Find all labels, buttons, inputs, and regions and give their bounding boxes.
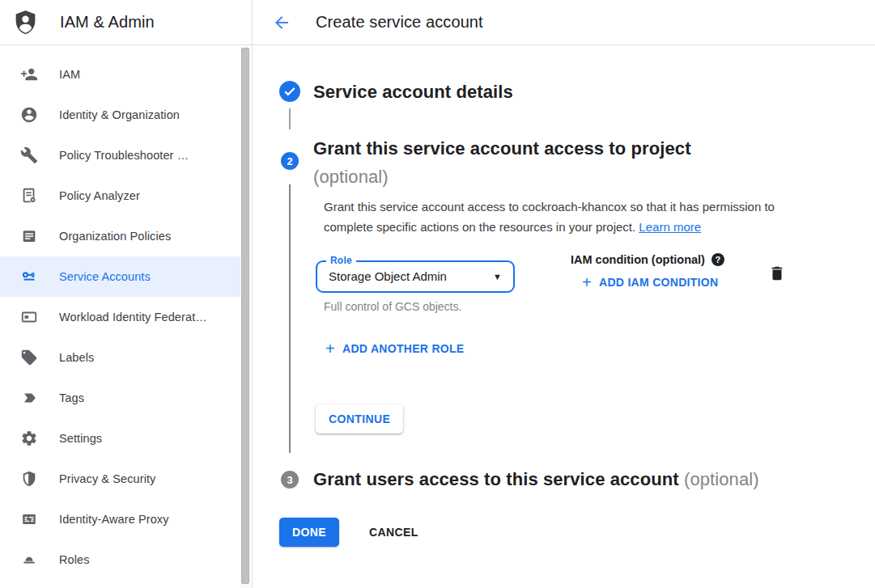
person-add-icon bbox=[19, 65, 39, 84]
iam-shield-logo-icon bbox=[12, 9, 39, 36]
shield-icon bbox=[19, 469, 39, 489]
step2-description: Grant this service account access to coc… bbox=[324, 197, 795, 237]
sidebar-item-label: Identity & Organization bbox=[59, 108, 180, 121]
trash-icon bbox=[768, 264, 788, 282]
step3-optional-label: (optional) bbox=[684, 469, 759, 489]
sidebar-nav: IAM Identity & Organization Policy Troub… bbox=[0, 45, 252, 580]
sidebar-item-label: Labels bbox=[59, 351, 94, 364]
role-select[interactable]: Role Storage Object Admin ▼ bbox=[316, 260, 515, 293]
app-title: IAM & Admin bbox=[60, 13, 155, 32]
step2-description-text: Grant this service account access to coc… bbox=[324, 200, 775, 234]
stepper-connector bbox=[289, 108, 291, 129]
sidebar-item-labels[interactable]: Labels bbox=[0, 337, 240, 378]
add-another-role-button[interactable]: + ADD ANOTHER ROLE bbox=[325, 342, 465, 355]
role-helper-text: Full control of GCS objects. bbox=[324, 300, 461, 313]
back-arrow-icon bbox=[272, 13, 291, 32]
done-button[interactable]: DONE bbox=[279, 518, 339, 547]
arrow-tag-icon bbox=[19, 388, 39, 408]
sidebar-header: IAM & Admin bbox=[0, 0, 252, 45]
sidebar-item-organization-policies[interactable]: Organization Policies bbox=[0, 216, 240, 256]
sidebar-item-iam[interactable]: IAM bbox=[0, 54, 240, 95]
learn-more-link[interactable]: Learn more bbox=[639, 220, 701, 234]
sidebar-item-label: Service Accounts bbox=[59, 270, 151, 283]
add-another-role-label: ADD ANOTHER ROLE bbox=[342, 342, 465, 355]
hat-icon bbox=[19, 550, 39, 569]
topbar: Create service account bbox=[253, 0, 875, 45]
tag-icon bbox=[19, 348, 39, 367]
step3-number-badge: 3 bbox=[281, 471, 299, 489]
iam-condition-label-text: IAM condition (optional) bbox=[571, 253, 705, 266]
sidebar-item-label: Organization Policies bbox=[59, 230, 171, 243]
sidebar-item-identity-aware-proxy[interactable]: Identity-Aware Proxy bbox=[0, 499, 240, 539]
back-button[interactable] bbox=[270, 11, 293, 34]
iam-condition-label: IAM condition (optional) ? bbox=[571, 253, 724, 266]
plus-icon: + bbox=[325, 342, 335, 355]
page-title: Create service account bbox=[316, 13, 483, 32]
document-gear-icon bbox=[19, 186, 39, 205]
add-iam-condition-button[interactable]: + ADD IAM CONDITION bbox=[582, 276, 718, 289]
step2-optional-label: (optional) bbox=[313, 163, 691, 191]
account-circle-icon bbox=[19, 105, 39, 125]
step2-heading: Grant this service account access to pro… bbox=[313, 134, 691, 191]
sidebar-item-label: Policy Troubleshooter … bbox=[59, 149, 189, 162]
sidebar-item-policy-troubleshooter[interactable]: Policy Troubleshooter … bbox=[0, 135, 240, 176]
sidebar-item-label: Workload Identity Federat… bbox=[59, 311, 207, 324]
plus-icon: + bbox=[582, 276, 592, 289]
step3-heading-text: Grant users access to this service accou… bbox=[313, 469, 679, 489]
sidebar-item-service-accounts[interactable]: Service Accounts bbox=[0, 256, 240, 297]
step1-complete-icon bbox=[279, 81, 300, 102]
sidebar: IAM & Admin IAM Identity & Organization bbox=[0, 0, 253, 588]
step2-heading-text: Grant this service account access to pro… bbox=[313, 138, 691, 159]
list-document-icon bbox=[19, 226, 39, 246]
sidebar-item-label: Tags bbox=[59, 391, 84, 404]
sidebar-item-privacy-security[interactable]: Privacy & Security bbox=[0, 459, 240, 499]
step3-optional-text: (optional) bbox=[684, 469, 759, 489]
sidebar-item-policy-analyzer[interactable]: Policy Analyzer bbox=[0, 176, 240, 216]
sidebar-item-label: Settings bbox=[59, 432, 102, 445]
sidebar-item-label: Policy Analyzer bbox=[59, 189, 140, 202]
wrench-icon bbox=[19, 146, 39, 165]
service-account-key-icon bbox=[19, 267, 39, 286]
sidebar-item-workload-identity-federation[interactable]: Workload Identity Federat… bbox=[0, 297, 240, 337]
add-iam-condition-label: ADD IAM CONDITION bbox=[599, 276, 718, 289]
sidebar-item-roles[interactable]: Roles bbox=[0, 539, 240, 580]
sidebar-scrollbar-thumb[interactable] bbox=[241, 48, 249, 584]
sidebar-item-identity-organization[interactable]: Identity & Organization bbox=[0, 95, 240, 135]
step1-heading: Service account details bbox=[313, 82, 513, 103]
stepper-connector bbox=[289, 184, 291, 453]
step3-heading: Grant users access to this service accou… bbox=[313, 470, 759, 489]
sidebar-item-label: Roles bbox=[59, 553, 90, 566]
chevron-down-icon: ▼ bbox=[493, 272, 502, 281]
iam-admin-app: IAM & Admin IAM Identity & Organization bbox=[0, 0, 875, 588]
cancel-button[interactable]: CANCEL bbox=[359, 518, 428, 547]
role-field-value: Storage Object Admin bbox=[329, 262, 447, 291]
continue-button[interactable]: CONTINUE bbox=[316, 404, 403, 434]
badge-card-icon bbox=[19, 307, 39, 327]
wizard-content: Service account details 2 Grant this ser… bbox=[253, 45, 875, 588]
sidebar-scrollbar-track bbox=[240, 46, 251, 588]
sidebar-item-label: IAM bbox=[59, 68, 80, 81]
sidebar-item-label: Identity-Aware Proxy bbox=[59, 513, 169, 526]
sidebar-item-label: Privacy & Security bbox=[59, 472, 155, 485]
main-panel: Create service account Service account d… bbox=[253, 0, 875, 588]
sidebar-item-tags[interactable]: Tags bbox=[0, 378, 240, 418]
help-icon[interactable]: ? bbox=[711, 253, 724, 266]
step2-number-badge: 2 bbox=[281, 152, 299, 170]
wall-icon bbox=[19, 510, 39, 529]
gear-icon bbox=[19, 429, 39, 448]
delete-role-button[interactable] bbox=[768, 264, 788, 284]
sidebar-item-settings[interactable]: Settings bbox=[0, 418, 240, 459]
